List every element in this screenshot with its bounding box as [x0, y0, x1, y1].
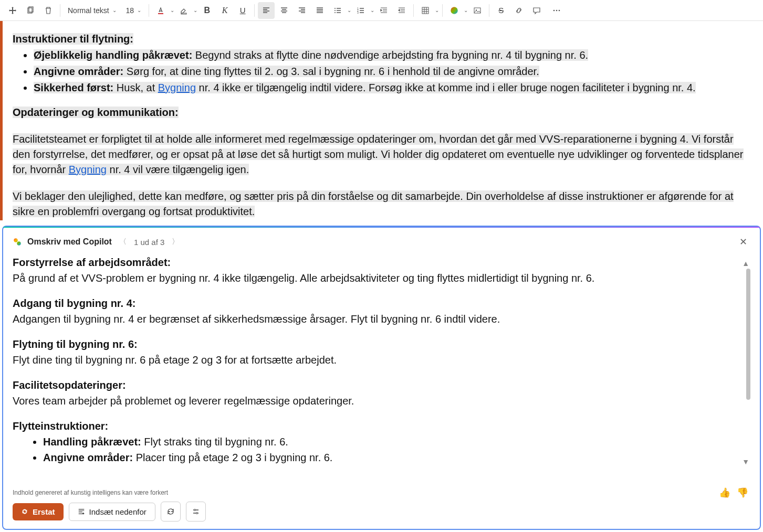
section-heading: Adgang til bygning nr. 4: [13, 296, 728, 311]
insert-below-button[interactable]: Indsæt nedenfor [69, 503, 155, 521]
orange-margin-indicator [0, 21, 3, 220]
scroll-down-icon[interactable]: ▼ [742, 457, 749, 466]
prev-suggestion-button[interactable]: 〈 [117, 235, 129, 249]
svg-point-5 [335, 10, 336, 11]
move-icon[interactable] [4, 2, 21, 19]
thumbs-down-button[interactable]: 👎 [737, 487, 748, 498]
chevron-down-icon[interactable]: ⌄ [170, 7, 174, 13]
copilot-suggestion-body[interactable]: Forstyrrelse af arbejdsområdet: På grund… [3, 255, 760, 485]
svg-rect-3 [181, 13, 186, 14]
section-text: Adgangen til bygning nr. 4 er begrænset … [13, 312, 728, 326]
scroll-up-icon[interactable]: ▲ [742, 259, 749, 268]
feedback-buttons: 👍 👎 [719, 487, 748, 498]
align-right-button[interactable] [294, 2, 310, 19]
insert-below-label: Indsæt nedenfor [89, 507, 147, 516]
svg-point-18 [196, 513, 197, 514]
ai-disclaimer: Indhold genereret af kunstig intelligens… [13, 489, 750, 496]
toolbar: Normal tekst⌄ 18⌄ ⌄ ⌄ B K U ⌄ 123 ⌄ ⌄ ⌄ … [0, 0, 763, 21]
replace-button[interactable]: Erstat [13, 503, 64, 520]
indent-decrease-button[interactable] [375, 2, 392, 19]
thumbs-up-button[interactable]: 👍 [719, 487, 730, 498]
next-suggestion-button[interactable]: 〉 [170, 235, 181, 249]
adjust-button[interactable] [186, 502, 206, 522]
chevron-down-icon[interactable]: ⌄ [347, 7, 351, 13]
svg-rect-10 [422, 7, 428, 14]
paragraph-style-dropdown[interactable]: Normal tekst⌄ [64, 2, 121, 19]
copilot-panel-footer: Indhold genereret af kunstig intelligens… [3, 485, 760, 529]
svg-point-4 [335, 8, 336, 9]
chevron-down-icon[interactable]: ⌄ [464, 7, 468, 13]
paragraph: Facilitetsteamet er forpligtet til at ho… [13, 132, 750, 177]
align-left-button[interactable] [258, 2, 275, 19]
svg-rect-12 [474, 8, 480, 13]
section-heading: Flytning til bygning nr. 6: [13, 337, 728, 352]
suggestion-counter: 1 ud af 3 [134, 238, 164, 247]
link-button[interactable] [510, 2, 527, 19]
section-heading: Facilitetsopdateringer: [13, 378, 728, 392]
svg-point-11 [451, 7, 458, 14]
strikethrough-button[interactable]: S [493, 2, 509, 19]
image-button[interactable] [469, 2, 486, 19]
chevron-down-icon: ⌄ [112, 7, 117, 13]
bullet-list-button[interactable] [329, 2, 346, 19]
paragraph-style-label: Normal tekst [68, 6, 109, 15]
chevron-down-icon: ⌄ [137, 7, 141, 13]
sliders-icon [192, 507, 200, 516]
svg-rect-2 [158, 13, 163, 14]
svg-point-14 [553, 9, 555, 11]
svg-point-15 [556, 9, 558, 11]
list-item: Sikkerhed først: Husk, at Bygning nr. 4 … [34, 80, 750, 95]
section-heading: Flytteinstruktioner: [13, 419, 728, 433]
font-size-value: 18 [126, 6, 134, 15]
copilot-rewrite-panel: Omskriv med Copilot 〈 1 ud af 3 〉 ✕ Fors… [2, 226, 761, 530]
more-options-button[interactable] [548, 2, 565, 19]
paragraph: Vi beklager den ulejlighed, dette kan me… [13, 189, 750, 219]
replace-icon [21, 508, 28, 515]
heading-instructions: Instruktioner til flytning: [13, 33, 133, 45]
italic-button[interactable]: K [216, 2, 233, 19]
heading-updates: Opdateringer og kommunikation: [13, 107, 179, 118]
align-justify-button[interactable] [311, 2, 328, 19]
copilot-panel-header: Omskriv med Copilot 〈 1 ud af 3 〉 ✕ [3, 229, 760, 255]
font-color-button[interactable] [152, 2, 169, 19]
scrollbar-thumb[interactable] [746, 269, 750, 400]
chevron-down-icon[interactable]: ⌄ [193, 7, 197, 13]
indent-increase-button[interactable] [393, 2, 410, 19]
document-body[interactable]: Instruktioner til flytning: Øjeblikkelig… [0, 21, 763, 231]
svg-text:3: 3 [357, 11, 359, 14]
copilot-panel-title: Omskriv med Copilot [27, 237, 112, 247]
align-center-button[interactable] [276, 2, 292, 19]
svg-point-16 [559, 9, 560, 11]
underline-button[interactable]: U [234, 2, 251, 19]
svg-point-17 [194, 509, 195, 511]
copy-icon[interactable] [22, 2, 39, 19]
section-heading: Forstyrrelse af arbejdsområdet: [13, 255, 728, 270]
svg-point-6 [335, 12, 336, 13]
copilot-icon [13, 237, 22, 247]
section-text: På grund af et VVS-problem er bygning nr… [13, 271, 728, 285]
numbered-list-button[interactable]: 123 [352, 2, 369, 19]
list-item: Angivne områder: Placer ting på etage 2 … [43, 450, 728, 465]
font-size-dropdown[interactable]: 18⌄ [122, 2, 146, 19]
chevron-down-icon[interactable]: ⌄ [370, 7, 374, 13]
list-item: Handling påkrævet: Flyt straks ting til … [43, 434, 728, 449]
replace-button-label: Erstat [33, 507, 55, 516]
list-item: Øjeblikkelig handling påkrævet: Begynd s… [34, 48, 750, 63]
bold-button[interactable]: B [198, 2, 215, 19]
suggestion-pager: 〈 1 ud af 3 〉 [117, 235, 181, 249]
copilot-toolbar-button[interactable] [446, 2, 463, 19]
regenerate-icon [166, 507, 175, 516]
insert-below-icon [78, 508, 85, 515]
regenerate-button[interactable] [161, 502, 181, 522]
close-button[interactable]: ✕ [736, 233, 750, 251]
table-button[interactable] [417, 2, 434, 19]
section-text: Vores team arbejder på problemet og leve… [13, 393, 728, 408]
chevron-down-icon[interactable]: ⌄ [435, 7, 439, 13]
section-text: Flyt dine ting til bygning nr. 6 på etag… [13, 353, 728, 367]
delete-icon[interactable] [40, 2, 57, 19]
highlight-color-button[interactable] [175, 2, 192, 19]
comment-button[interactable] [528, 2, 545, 19]
list-item: Angivne områder: Sørg for, at dine ting … [34, 64, 750, 79]
